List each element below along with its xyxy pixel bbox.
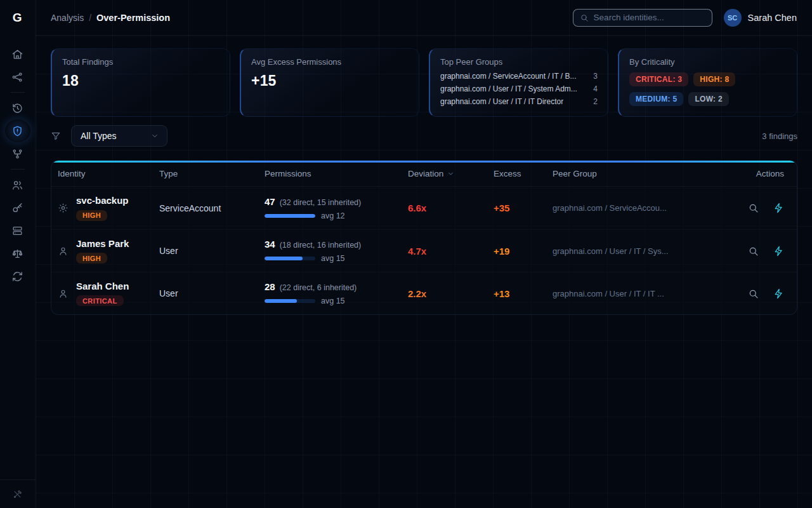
peer-group-item: graphnai.com / User / IT / System Adm...… <box>440 83 598 95</box>
inspect-button[interactable] <box>743 284 763 303</box>
permission-detail: (18 direct, 16 inherited) <box>280 241 362 250</box>
sidebar-divider <box>11 92 25 93</box>
zap-icon <box>773 246 784 257</box>
peer-group-name: graphnai.com / User / IT / IT Director <box>440 97 563 106</box>
permission-avg: avg 12 <box>321 211 345 220</box>
stat-label: Total Findings <box>62 57 219 67</box>
permission-bar-fill <box>265 214 315 218</box>
user-icon <box>58 246 69 257</box>
magnifier-icon <box>748 203 759 213</box>
sidebar-item-history[interactable] <box>5 97 30 119</box>
sidebar-item-graph[interactable] <box>5 65 30 88</box>
peer-group: graphnai.com / User / IT / IT ... <box>553 289 718 298</box>
history-icon <box>11 102 23 114</box>
search-box[interactable] <box>573 9 712 27</box>
sidebar-item-sync[interactable] <box>5 265 30 288</box>
avatar: SC <box>724 9 742 27</box>
excess-value: +19 <box>494 246 553 257</box>
medium-badge: MEDIUM: 5 <box>629 92 683 106</box>
col-deviation-sort[interactable]: Deviation <box>408 169 494 178</box>
sidebar-item-tools[interactable] <box>5 483 30 505</box>
stat-card-avg-excess: Avg Excess Permissions +15 <box>240 48 419 117</box>
identity-name: Sarah Chen <box>76 281 129 291</box>
scales-icon <box>11 248 23 260</box>
permission-bar <box>265 257 315 260</box>
breadcrumb-analysis[interactable]: Analysis <box>51 13 84 23</box>
peer-group-item: graphnai.com / User / IT / IT Director 2 <box>440 95 598 108</box>
gear-icon <box>58 203 69 213</box>
peer-group: graphnai.com / ServiceAccou... <box>553 203 718 213</box>
permission-bar <box>265 299 315 303</box>
sidebar-divider <box>11 169 25 170</box>
user-name: Sarah Chen <box>748 13 797 23</box>
remediate-button[interactable] <box>769 241 788 260</box>
page-title: Over-Permission <box>96 13 170 23</box>
remediate-button[interactable] <box>769 199 788 218</box>
sidebar-item-compliance[interactable] <box>5 242 30 265</box>
permission-detail: (32 direct, 15 inherited) <box>280 198 362 207</box>
sidebar-item-over-permission[interactable] <box>5 119 30 142</box>
stat-value: 18 <box>62 72 219 90</box>
identity-name: James Park <box>76 238 129 249</box>
search-input[interactable] <box>594 13 706 22</box>
breadcrumb: Analysis / Over-Permission <box>51 13 170 23</box>
severity-badge: CRITICAL <box>76 295 124 306</box>
permission-bar <box>265 214 315 218</box>
permission-count: 34 <box>265 239 275 250</box>
filter-bar: All Types 3 findings <box>51 124 797 147</box>
findings-table: Identity Type Permissions Deviation Exce… <box>51 160 797 315</box>
severity-badge: HIGH <box>76 253 107 264</box>
shield-alert-icon <box>11 125 23 137</box>
identity-type: ServiceAccount <box>159 203 265 213</box>
user-menu[interactable]: SC Sarah Chen <box>724 9 797 27</box>
criticality-badges: CRITICAL: 3 HIGH: 8 MEDIUM: 5 LOW: 2 <box>629 72 787 106</box>
stat-card-total-findings: Total Findings 18 <box>51 48 230 117</box>
sidebar-item-servers[interactable] <box>5 219 30 242</box>
permission-avg: avg 15 <box>321 297 345 305</box>
app-logo[interactable]: G <box>0 0 36 36</box>
inspect-button[interactable] <box>743 199 763 218</box>
sidebar: G <box>0 0 36 508</box>
remediate-button[interactable] <box>769 284 788 303</box>
table-row[interactable]: svc-backup HIGH ServiceAccount 47 (32 di… <box>51 187 797 229</box>
col-identity: Identity <box>58 169 159 178</box>
high-badge: HIGH: 8 <box>693 72 735 86</box>
stat-card-top-peer-groups: Top Peer Groups graphnai.com / ServiceAc… <box>429 48 608 117</box>
deviation-value: 6.6x <box>408 203 494 213</box>
filter-icon <box>51 131 61 141</box>
servers-icon <box>11 225 23 237</box>
magnifier-icon <box>748 288 759 299</box>
sidebar-item-home[interactable] <box>5 43 30 65</box>
col-permissions: Permissions <box>265 169 408 178</box>
peer-group-item: graphnai.com / ServiceAccount / IT / B..… <box>440 70 598 83</box>
severity-badge: HIGH <box>76 210 107 221</box>
permission-avg: avg 15 <box>321 254 345 263</box>
tools-icon <box>13 490 22 499</box>
sidebar-item-users[interactable] <box>5 173 30 196</box>
zap-icon <box>773 288 784 299</box>
low-badge: LOW: 2 <box>688 92 729 106</box>
branches-icon <box>11 148 23 160</box>
deviation-value: 4.7x <box>408 246 494 257</box>
permission-bar-fill <box>265 257 303 260</box>
critical-badge: CRITICAL: 3 <box>629 72 688 86</box>
sidebar-footer <box>0 479 36 508</box>
sidebar-item-keys[interactable] <box>5 196 30 219</box>
peer-group: graphnai.com / User / IT / Sys... <box>553 246 718 256</box>
col-excess: Excess <box>494 169 553 178</box>
identity-type: User <box>159 288 265 298</box>
type-filter-dropdown[interactable]: All Types <box>71 125 167 147</box>
sort-chevron-down-icon <box>447 170 455 178</box>
table-row[interactable]: James Park HIGH User 34 (18 direct, 16 i… <box>51 229 797 272</box>
identity-name: svc-backup <box>76 195 129 206</box>
home-icon <box>11 48 23 60</box>
chevron-down-icon <box>150 131 159 140</box>
table-row[interactable]: Sarah Chen CRITICAL User 28 (22 direct, … <box>51 272 797 314</box>
findings-count: 3 findings <box>762 131 797 141</box>
users-icon <box>11 179 23 191</box>
inspect-button[interactable] <box>743 241 763 260</box>
key-icon <box>11 202 23 214</box>
sidebar-item-branches[interactable] <box>5 142 30 165</box>
breadcrumb-separator: / <box>89 13 91 23</box>
stat-label: Top Peer Groups <box>440 57 598 67</box>
